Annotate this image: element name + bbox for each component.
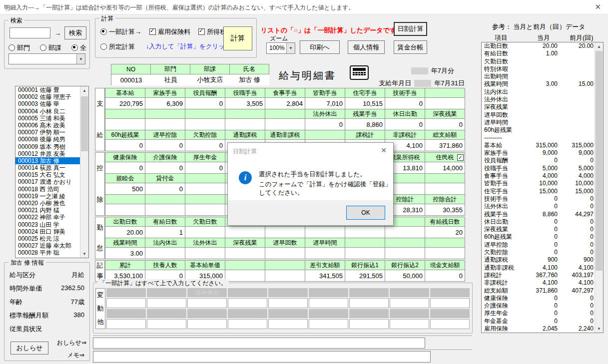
employee-list-item[interactable]: 000004 小林 良二 (15, 108, 88, 115)
payslip-value-cell[interactable] (305, 227, 345, 238)
employee-list-item[interactable]: 000001 佐藤 豊 (15, 86, 88, 93)
payslip-value-cell[interactable]: 500 (105, 183, 145, 195)
employee-list-item[interactable]: 000028 平井 聡 (15, 249, 88, 256)
scroll-up-icon[interactable]: ▲ (80, 86, 88, 94)
search-button[interactable]: 検索 (64, 26, 86, 39)
variable-value-cell[interactable] (106, 298, 146, 308)
employee-listbox[interactable]: 000001 佐藤 豊000002 佐藤 理恵子000003 佐藤 華00000… (15, 86, 89, 258)
window-close-icon[interactable]: ✕ (595, 2, 601, 11)
payslip-value-cell[interactable] (265, 248, 305, 259)
calc-radio-standard[interactable]: 所定計算 (100, 43, 135, 50)
employee-list-item[interactable]: 000020 小柳 雅也 (15, 200, 88, 207)
employee-list-item[interactable]: 000013 加古 修 (15, 157, 88, 164)
scrollbar-thumb[interactable] (596, 51, 603, 271)
dialog-close-icon[interactable]: ✕ (381, 146, 387, 154)
radio-icon[interactable] (71, 44, 78, 51)
payslip-value-cell[interactable]: 0 (145, 140, 185, 151)
employee-list-item[interactable]: 000014 荻原 真一 (15, 164, 88, 171)
payslip-value-cell[interactable] (425, 248, 465, 259)
employee-list-scrollbar[interactable]: ▲ ▼ (80, 86, 88, 258)
radio-icon[interactable] (8, 44, 15, 51)
calc-check-income-tax[interactable]: 所得税 (198, 27, 226, 36)
chk-icon[interactable] (149, 28, 156, 35)
chevron-down-icon[interactable]: ▼ (76, 54, 85, 64)
payslip-value-cell[interactable] (225, 270, 265, 282)
payslip-value-cell[interactable] (305, 248, 345, 259)
payslip-value-cell[interactable]: 3.00 (105, 248, 145, 259)
employee-list-item[interactable]: 000009 坂本 秀樹 (15, 143, 88, 150)
payslip-value-cell[interactable]: 0 (185, 140, 225, 151)
payslip-value-cell[interactable]: 0 (425, 270, 465, 282)
variable-value-cell[interactable] (390, 298, 429, 308)
payslip-value-cell[interactable]: 0 (385, 98, 425, 109)
variable-value-cell[interactable] (349, 319, 389, 329)
employee-list-item[interactable]: 000007 伊勢 順一 (15, 129, 88, 136)
employee-list-item[interactable]: 000023 山田 学 (15, 221, 88, 228)
scrollbar-thumb[interactable] (81, 96, 88, 151)
payslip-value-cell[interactable]: 20.00 (105, 227, 145, 238)
calc-check-employment-insurance[interactable]: 雇用保険料 (149, 27, 190, 36)
payslip-value-cell[interactable] (145, 204, 185, 216)
payslip-value-cell[interactable] (265, 270, 305, 282)
employee-list-item[interactable]: 000015 大石 弘文 (15, 171, 88, 178)
payslip-value-cell[interactable] (425, 183, 465, 195)
payslip-value-cell[interactable] (385, 248, 425, 259)
employee-list-item[interactable]: 000008 後藤 純男 (15, 136, 88, 143)
payslip-value-cell[interactable]: 14,000 (425, 162, 465, 174)
variable-value-cell[interactable] (187, 319, 227, 329)
checked-checkbox-icon[interactable]: ✓ (457, 154, 464, 161)
payslip-value-cell[interactable] (105, 204, 145, 216)
chk-icon[interactable] (198, 28, 205, 35)
payslip-value-cell[interactable] (185, 204, 225, 216)
payslip-value-cell[interactable]: 0 (185, 162, 225, 174)
employee-list-item[interactable]: 000019 一之瀬 綾 (15, 193, 88, 200)
employee-list-item[interactable]: 000021 内野 猛 (15, 207, 88, 214)
payslip-value-cell[interactable]: 0 (105, 140, 145, 151)
payslip-value-cell[interactable] (425, 98, 465, 109)
chevron-down-icon[interactable]: ▼ (286, 43, 295, 53)
reference-listbox[interactable]: 出勤日数20.0020.00有給日数1.00欠勤日数特別休暇出勤時間残業時間3.… (481, 42, 604, 333)
payslip-value-cell[interactable]: 371,860 (425, 140, 465, 151)
variable-value-cell[interactable] (430, 319, 470, 329)
payslip-value-cell[interactable]: 0 (305, 119, 345, 130)
employee-list-item[interactable]: 000025 松元 涼 (15, 235, 88, 242)
employee-list-item[interactable]: 000024 田口 輝美 (15, 228, 88, 235)
payslip-value-cell[interactable] (345, 248, 385, 259)
variable-value-cell[interactable] (309, 319, 348, 329)
search-input[interactable] (9, 27, 50, 38)
notice-button[interactable]: おしらせ (10, 342, 48, 355)
payslip-value-cell[interactable] (185, 183, 225, 195)
payslip-value-cell[interactable]: 7,010 (305, 98, 345, 109)
calc-radio-partial[interactable]: 一部計算→ (100, 27, 141, 36)
payslip-value-cell[interactable]: 50,000 (385, 270, 425, 282)
search-radio-all[interactable]: 全 (71, 43, 86, 52)
payslip-value-cell[interactable] (185, 227, 225, 238)
variable-value-cell[interactable] (268, 298, 308, 308)
scroll-up-icon[interactable]: ▲ (595, 42, 603, 50)
scroll-down-icon[interactable]: ▼ (80, 250, 88, 258)
payslip-value-cell[interactable] (185, 119, 225, 130)
radio-icon[interactable] (100, 43, 107, 50)
payslip-value-cell[interactable]: 6,309 (145, 98, 185, 109)
payslip-value-cell[interactable]: 0 (105, 162, 145, 174)
payslip-value-cell[interactable] (185, 248, 225, 259)
daily-calc-button[interactable]: 日割計算 (394, 22, 427, 36)
payslip-value-cell[interactable]: 20 (425, 227, 465, 238)
payslip-value-cell[interactable] (265, 227, 305, 238)
payslip-value-cell[interactable] (385, 227, 425, 238)
employee-list-item[interactable]: 000012 井原 友美 (15, 150, 88, 157)
personal-info-button[interactable]: 個人情報 (348, 40, 385, 54)
variable-value-cell[interactable] (390, 319, 429, 329)
payslip-value-cell[interactable]: 0 (425, 119, 465, 130)
employee-list-item[interactable]: 000002 佐藤 理恵子 (15, 93, 88, 100)
radio-icon[interactable] (100, 28, 107, 35)
payslip-value-cell[interactable] (225, 248, 265, 259)
payslip-value-cell[interactable]: 1 (145, 227, 185, 238)
payslip-value-cell[interactable] (225, 119, 265, 130)
wage-ledger-button[interactable]: 賃金台帳 (394, 40, 427, 54)
payslip-value-cell[interactable]: 0 (185, 98, 225, 109)
payslip-value-cell[interactable] (145, 119, 185, 130)
payslip-value-cell[interactable] (225, 227, 265, 238)
variable-value-cell[interactable] (147, 319, 186, 329)
variable-value-cell[interactable] (147, 298, 186, 308)
